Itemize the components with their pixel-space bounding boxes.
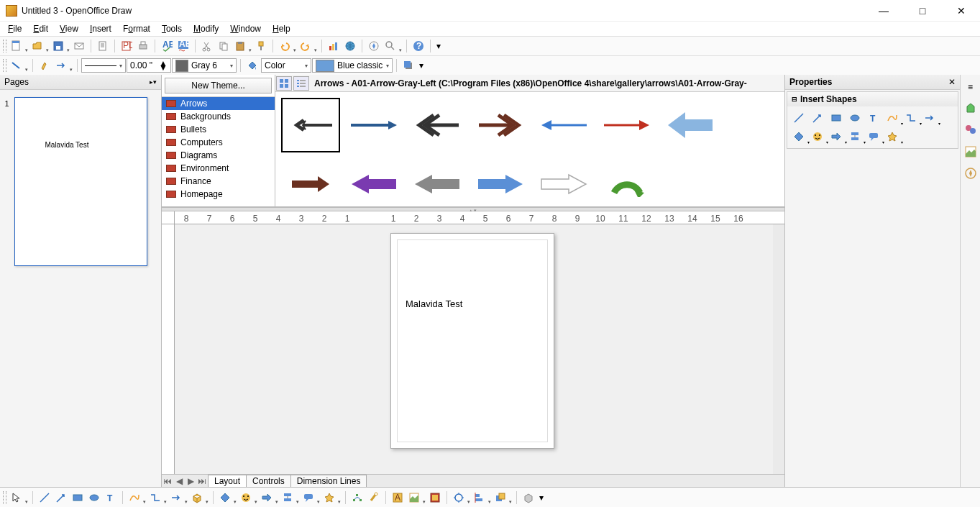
sidebar-gallery-icon[interactable] bbox=[963, 144, 979, 160]
gallery-arrow-3[interactable] bbox=[408, 98, 467, 152]
select-tool[interactable] bbox=[9, 490, 24, 506]
gallery-arrow-6[interactable] bbox=[597, 98, 656, 152]
curve-tool[interactable] bbox=[127, 490, 142, 506]
shadow-button[interactable] bbox=[400, 58, 416, 73]
lines-arrows-tool[interactable] bbox=[168, 490, 184, 506]
gallery-arrow-13[interactable] bbox=[597, 157, 656, 206]
area-fill-button[interactable] bbox=[244, 58, 260, 73]
new-document-button[interactable] bbox=[9, 38, 24, 54]
zoom-button[interactable] bbox=[383, 38, 398, 54]
menu-window[interactable]: Window bbox=[225, 22, 266, 35]
toolbar-overflow[interactable]: ▾ bbox=[417, 58, 426, 73]
menu-view[interactable]: View bbox=[55, 22, 83, 35]
edit-file-button[interactable] bbox=[95, 38, 111, 54]
gallery-arrow-4[interactable] bbox=[471, 98, 530, 152]
undo-button[interactable] bbox=[277, 38, 293, 54]
text-tool[interactable]: T bbox=[103, 490, 119, 506]
toolbar-handle[interactable] bbox=[3, 40, 6, 52]
arrange-tool[interactable] bbox=[493, 490, 508, 506]
tab-nav-next[interactable]: ▶ bbox=[185, 476, 196, 486]
shape-star[interactable] bbox=[885, 129, 899, 144]
shape-line[interactable] bbox=[792, 111, 806, 125]
toolbar-overflow[interactable]: ▾ bbox=[537, 490, 546, 506]
gallery-arrow-12[interactable] bbox=[534, 157, 593, 206]
gallery-theme-computers[interactable]: Computers bbox=[162, 136, 275, 149]
highlight-button[interactable] bbox=[37, 58, 52, 73]
fill-color-combo[interactable]: Blue classic▾ bbox=[312, 58, 393, 73]
email-button[interactable] bbox=[71, 38, 87, 54]
glue-points-tool[interactable] bbox=[366, 490, 382, 506]
navigator-button[interactable] bbox=[366, 38, 382, 54]
horizontal-scrollbar[interactable] bbox=[370, 476, 784, 486]
copy-button[interactable] bbox=[216, 38, 232, 54]
callouts-tool[interactable] bbox=[301, 490, 316, 506]
tab-dimension-lines[interactable]: Dimension Lines bbox=[290, 475, 367, 487]
menu-tools[interactable]: Tools bbox=[157, 22, 187, 35]
hyperlink-button[interactable] bbox=[342, 38, 358, 54]
tab-nav-first[interactable]: ⏮ bbox=[162, 476, 173, 486]
shape-ellipse[interactable] bbox=[848, 111, 862, 125]
tab-controls[interactable]: Controls bbox=[246, 475, 291, 487]
gallery-theme-bullets[interactable]: Bullets bbox=[162, 123, 275, 136]
minimize-button[interactable]: — bbox=[871, 5, 897, 17]
canvas-page[interactable]: Malavida Test bbox=[390, 233, 554, 449]
redo-button[interactable] bbox=[298, 38, 313, 54]
gallery-arrow-7[interactable] bbox=[661, 98, 720, 152]
stars-tool[interactable] bbox=[321, 490, 337, 506]
tab-layout[interactable]: Layout bbox=[208, 475, 247, 487]
gallery-icon-view-button[interactable] bbox=[276, 76, 292, 91]
print-button[interactable] bbox=[135, 38, 151, 54]
shape-basic[interactable] bbox=[792, 129, 806, 144]
menu-modify[interactable]: Modify bbox=[188, 22, 224, 35]
sidebar-properties-icon[interactable] bbox=[963, 101, 979, 117]
line-width-field[interactable]: 0.00 "▲▼ bbox=[127, 58, 171, 73]
shape-block-arrow[interactable] bbox=[829, 129, 843, 144]
basic-shapes-tool[interactable] bbox=[217, 490, 233, 506]
horizontal-ruler[interactable]: 8765432112345678910111213141516 bbox=[175, 211, 784, 224]
toolbar-handle[interactable] bbox=[3, 59, 6, 72]
extrusion-tool[interactable] bbox=[521, 490, 536, 506]
gallery-theme-homepage[interactable]: Homepage bbox=[162, 188, 275, 201]
menu-file[interactable]: File bbox=[3, 22, 27, 35]
rectangle-tool[interactable] bbox=[70, 490, 86, 506]
shape-connector[interactable] bbox=[904, 111, 918, 125]
canvas-text[interactable]: Malavida Test bbox=[406, 298, 462, 309]
line-style-combo[interactable]: ▾ bbox=[81, 58, 126, 73]
line-tool[interactable] bbox=[37, 490, 52, 506]
gallery-arrow-9[interactable] bbox=[344, 157, 403, 206]
menu-help[interactable]: Help bbox=[267, 22, 296, 35]
shape-rectangle[interactable] bbox=[829, 111, 843, 125]
pdf-export-button[interactable]: PDF bbox=[119, 38, 134, 54]
canvas[interactable]: Malavida Test bbox=[175, 224, 773, 474]
effects-tool[interactable] bbox=[451, 490, 467, 506]
shape-callout[interactable] bbox=[866, 129, 881, 144]
gallery-arrow-8[interactable] bbox=[281, 157, 340, 206]
open-button[interactable] bbox=[29, 38, 45, 54]
points-tool[interactable] bbox=[349, 490, 365, 506]
arrow-tool[interactable] bbox=[53, 490, 69, 506]
gallery-theme-environment[interactable]: Environment bbox=[162, 162, 275, 175]
pages-panel-menu-icon[interactable]: ▸▾ bbox=[150, 78, 157, 86]
gallery-arrow-11[interactable] bbox=[471, 157, 530, 206]
gallery-theme-arrows[interactable]: Arrows bbox=[162, 97, 275, 110]
tab-nav-last[interactable]: ⏭ bbox=[196, 476, 208, 486]
gallery-tool[interactable] bbox=[427, 490, 443, 506]
tab-nav-prev[interactable]: ◀ bbox=[173, 476, 185, 486]
shape-flowchart[interactable] bbox=[848, 129, 862, 144]
chart-button[interactable] bbox=[326, 38, 342, 54]
maximize-button[interactable]: □ bbox=[910, 5, 935, 17]
block-arrows-tool[interactable] bbox=[259, 490, 275, 506]
vertical-scrollbar[interactable] bbox=[773, 224, 784, 474]
sidebar-navigator-icon[interactable] bbox=[963, 165, 979, 181]
menu-format[interactable]: Format bbox=[118, 22, 155, 35]
menu-edit[interactable]: Edit bbox=[28, 22, 53, 35]
ellipse-tool[interactable] bbox=[86, 490, 102, 506]
gallery-arrow-1[interactable] bbox=[281, 98, 340, 152]
sidebar-menu-icon[interactable]: ≡ bbox=[963, 79, 979, 95]
cut-button[interactable] bbox=[199, 38, 215, 54]
gallery-arrow-10[interactable] bbox=[408, 157, 467, 206]
shape-symbol[interactable] bbox=[810, 129, 825, 144]
symbol-shapes-tool[interactable] bbox=[238, 490, 254, 506]
help-button[interactable]: ? bbox=[411, 38, 426, 54]
3d-tool[interactable] bbox=[189, 490, 205, 506]
